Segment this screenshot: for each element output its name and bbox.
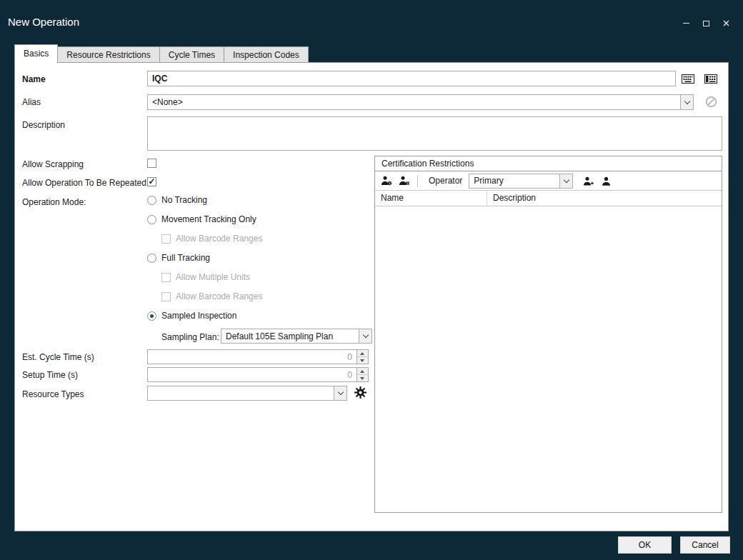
radio-no-tracking[interactable]: No Tracking: [147, 195, 207, 205]
name-input[interactable]: IQC: [147, 71, 676, 86]
certification-table-body[interactable]: [375, 208, 722, 512]
radio-icon: [147, 196, 156, 205]
tab-strip: Basics Resource Restrictions Cycle Times…: [14, 44, 308, 63]
certification-restrictions-panel: Certification Restrictions: [374, 156, 722, 513]
name-label: Name: [22, 74, 46, 84]
checkbox-icon: [161, 273, 171, 282]
radio-sampled-inspection-label: Sampled Inspection: [161, 311, 236, 321]
chevron-down-icon: [362, 332, 368, 338]
certify-person-alt-icon: [399, 176, 410, 186]
radio-full-tracking[interactable]: Full Tracking: [147, 253, 210, 263]
toolbar-separator: [417, 175, 418, 187]
allow-multiple-units-label: Allow Multiple Units: [176, 272, 250, 282]
description-input[interactable]: [147, 116, 722, 151]
est-cycle-time-label: Est. Cycle Time (s): [22, 352, 94, 362]
minimize-icon: [683, 23, 689, 24]
alias-clear-button: [705, 96, 717, 108]
tab-cycle-times[interactable]: Cycle Times: [159, 46, 224, 63]
resource-types-settings-button[interactable]: [352, 384, 368, 400]
checkbox-allow-multiple-units: Allow Multiple Units: [161, 272, 250, 282]
chevron-down-icon: [564, 176, 569, 182]
operator-dropdown-button[interactable]: [559, 174, 572, 188]
gear-icon: [354, 386, 366, 399]
chevron-down-icon: [337, 389, 343, 395]
resource-types-dropdown-button[interactable]: [334, 386, 346, 400]
sampling-plan-label: Sampling Plan:: [161, 332, 219, 342]
radio-full-tracking-label: Full Tracking: [161, 253, 210, 263]
titlebar: New Operation: [0, 0, 743, 40]
chevron-down-icon: [684, 98, 689, 104]
keyboard-icon: [682, 74, 694, 84]
resource-types-label: Resource Types: [22, 389, 84, 399]
radio-icon: [147, 254, 156, 263]
operator-combobox[interactable]: Primary: [469, 174, 573, 189]
radio-movement-tracking[interactable]: Movement Tracking Only: [147, 214, 256, 224]
close-icon: [723, 20, 729, 26]
setup-time-stepper: [356, 368, 368, 381]
basics-panel: Name IQC: [14, 62, 729, 531]
window-controls: [681, 18, 732, 29]
tab-resource-restrictions[interactable]: Resource Restrictions: [57, 46, 159, 63]
est-cycle-time-input[interactable]: 0: [147, 349, 369, 364]
sampling-plan-combobox[interactable]: Default 105E Sampling Plan: [221, 329, 372, 344]
remove-certification-button[interactable]: [397, 174, 412, 188]
spinner-up-icon[interactable]: [357, 350, 368, 357]
radio-no-tracking-label: No Tracking: [161, 195, 207, 205]
certification-table-header: Name Description: [375, 191, 722, 206]
radio-sampled-inspection[interactable]: Sampled Inspection: [147, 311, 236, 321]
remove-operator-button[interactable]: [599, 174, 613, 188]
name-translation-button[interactable]: [702, 71, 719, 86]
radio-movement-tracking-label: Movement Tracking Only: [161, 214, 256, 224]
radio-icon: [147, 215, 156, 224]
resource-types-combobox[interactable]: [147, 386, 347, 401]
allow-scrapping-checkbox[interactable]: [147, 159, 156, 168]
operator-label: Operator: [429, 176, 462, 186]
certification-toolbar: Operator Primary: [375, 171, 722, 191]
operator-value: Primary: [469, 176, 559, 186]
column-header-description[interactable]: Description: [487, 191, 542, 206]
cancel-button[interactable]: Cancel: [680, 536, 730, 554]
person-icon: [602, 176, 611, 186]
spinner-down-icon[interactable]: [357, 357, 368, 364]
dialog-footer: OK Cancel: [0, 531, 743, 560]
sampling-plan-dropdown-button[interactable]: [359, 329, 372, 343]
certification-restrictions-title: Certification Restrictions: [375, 156, 722, 171]
checkbox-icon: [161, 292, 171, 301]
tab-inspection-codes[interactable]: Inspection Codes: [224, 46, 309, 63]
checkbox-allow-barcode-ranges-full: Allow Barcode Ranges: [161, 291, 262, 301]
close-button[interactable]: [721, 18, 732, 29]
description-label: Description: [22, 120, 65, 130]
ok-button[interactable]: OK: [618, 536, 672, 554]
allow-repeat-checkbox[interactable]: [147, 177, 156, 186]
add-certification-button[interactable]: [379, 174, 394, 188]
certify-person-icon: [381, 176, 392, 186]
alias-value: <None>: [148, 97, 680, 107]
person-add-icon: [583, 176, 594, 186]
allow-barcode-ranges-label: Allow Barcode Ranges: [176, 234, 262, 244]
setup-time-input[interactable]: 0: [147, 367, 369, 382]
checkbox-icon: [161, 234, 171, 244]
name-localization-button[interactable]: [679, 71, 697, 86]
checkbox-allow-barcode-ranges-movement: Allow Barcode Ranges: [161, 234, 262, 244]
allow-repeat-label: Allow Operation To Be Repeated: [22, 178, 146, 188]
minimize-button[interactable]: [681, 18, 692, 29]
est-cycle-time-stepper: [356, 350, 368, 364]
est-cycle-time-value: 0: [347, 352, 352, 362]
setup-time-value: 0: [347, 370, 352, 380]
allow-scrapping-label: Allow Scrapping: [22, 159, 84, 169]
alias-dropdown-button[interactable]: [680, 95, 693, 109]
alias-combobox[interactable]: <None>: [147, 94, 694, 110]
blocked-circle-icon: [705, 96, 717, 108]
column-header-name[interactable]: Name: [375, 191, 487, 206]
alias-label: Alias: [22, 97, 41, 107]
tab-basics[interactable]: Basics: [14, 44, 58, 63]
spinner-up-icon[interactable]: [357, 368, 368, 375]
maximize-icon: [703, 21, 709, 26]
maximize-button[interactable]: [701, 18, 712, 29]
setup-time-label: Setup Time (s): [22, 370, 78, 380]
spinner-down-icon[interactable]: [357, 375, 368, 381]
add-operator-button[interactable]: [581, 174, 595, 188]
sampling-plan-value: Default 105E Sampling Plan: [221, 331, 359, 341]
keyboard-globe-icon: [704, 74, 717, 84]
operation-mode-label: Operation Mode:: [22, 197, 86, 207]
